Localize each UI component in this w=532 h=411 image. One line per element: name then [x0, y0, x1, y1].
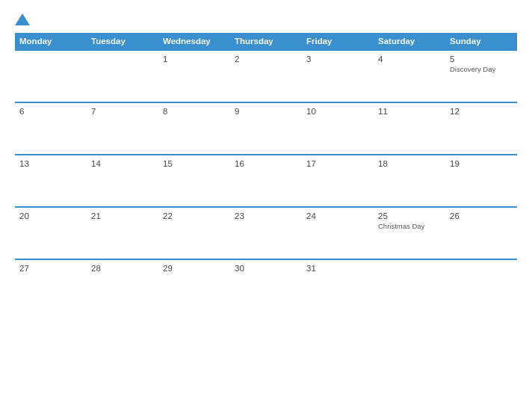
calendar-cell: 15 — [158, 155, 230, 207]
day-header-friday: Friday — [302, 33, 374, 50]
day-number: 30 — [235, 264, 297, 273]
calendar-cell: 12 — [445, 102, 517, 155]
holiday-label: Christmas Day — [378, 222, 441, 231]
day-number: 17 — [306, 159, 369, 168]
day-number: 24 — [306, 211, 369, 220]
day-number: 26 — [450, 211, 513, 220]
holiday-label: Discovery Day — [450, 65, 513, 74]
calendar-cell: 3 — [302, 50, 374, 102]
day-number: 8 — [163, 107, 226, 116]
calendar-cell: 10 — [302, 102, 374, 155]
calendar-cell: 21 — [87, 207, 158, 259]
calendar-cell: 1 — [158, 50, 230, 102]
day-number: 16 — [235, 159, 297, 168]
calendar-cell: 25Christmas Day — [374, 207, 445, 259]
day-number: 21 — [91, 211, 154, 220]
calendar-cell: 5Discovery Day — [445, 50, 517, 102]
day-number: 22 — [163, 211, 226, 220]
day-number: 13 — [19, 159, 82, 168]
day-number: 6 — [19, 107, 82, 116]
day-number: 14 — [91, 159, 154, 168]
calendar-table: MondayTuesdayWednesdayThursdayFridaySatu… — [15, 33, 517, 312]
logo — [15, 13, 31, 25]
calendar-cell: 24 — [302, 207, 374, 259]
calendar-cell: 19 — [445, 155, 517, 207]
day-number: 15 — [163, 159, 226, 168]
calendar-cell: 22 — [158, 207, 230, 259]
calendar-cell: 18 — [374, 155, 445, 207]
calendar-cell: 26 — [445, 207, 517, 259]
day-header-saturday: Saturday — [374, 33, 445, 50]
day-number: 7 — [91, 107, 154, 116]
calendar-cell — [374, 259, 445, 312]
calendar-header-row: MondayTuesdayWednesdayThursdayFridaySatu… — [15, 33, 517, 50]
week-row-5: 2728293031 — [15, 259, 517, 312]
day-number: 25 — [378, 211, 441, 220]
day-number: 4 — [378, 55, 441, 64]
day-number: 12 — [450, 107, 513, 116]
week-row-2: 6789101112 — [15, 102, 517, 155]
calendar-cell: 29 — [158, 259, 230, 312]
calendar-cell: 28 — [87, 259, 158, 312]
day-number: 28 — [91, 264, 154, 273]
calendar-cell: 13 — [15, 155, 87, 207]
calendar-cell: 4 — [374, 50, 445, 102]
calendar-body: 12345Discovery Day6789101112131415161718… — [15, 50, 517, 312]
day-header-wednesday: Wednesday — [158, 33, 230, 50]
day-number: 29 — [163, 264, 226, 273]
day-number: 10 — [306, 107, 369, 116]
calendar-header — [15, 13, 517, 25]
day-number: 19 — [450, 159, 513, 168]
calendar-cell: 2 — [230, 50, 302, 102]
day-header-sunday: Sunday — [445, 33, 517, 50]
calendar-cell: 20 — [15, 207, 87, 259]
calendar-cell: 17 — [302, 155, 374, 207]
calendar-cell: 11 — [374, 102, 445, 155]
week-row-3: 13141516171819 — [15, 155, 517, 207]
calendar-cell: 14 — [87, 155, 158, 207]
calendar-cell: 31 — [302, 259, 374, 312]
day-number: 27 — [19, 264, 82, 273]
calendar-cell: 16 — [230, 155, 302, 207]
calendar-cell — [87, 50, 158, 102]
calendar-cell: 9 — [230, 102, 302, 155]
calendar-cell: 8 — [158, 102, 230, 155]
day-headers: MondayTuesdayWednesdayThursdayFridaySatu… — [15, 33, 517, 50]
calendar-page: MondayTuesdayWednesdayThursdayFridaySatu… — [0, 0, 532, 411]
day-number: 2 — [235, 55, 297, 64]
logo-triangle-icon — [15, 13, 30, 25]
day-number: 3 — [306, 55, 369, 64]
day-header-monday: Monday — [15, 33, 87, 50]
week-row-4: 202122232425Christmas Day26 — [15, 207, 517, 259]
calendar-cell: 7 — [87, 102, 158, 155]
week-row-1: 12345Discovery Day — [15, 50, 517, 102]
day-number: 5 — [450, 55, 513, 64]
day-header-thursday: Thursday — [230, 33, 302, 50]
calendar-cell: 30 — [230, 259, 302, 312]
day-number: 20 — [19, 211, 82, 220]
day-number: 11 — [378, 107, 441, 116]
day-number: 1 — [163, 55, 226, 64]
day-header-tuesday: Tuesday — [87, 33, 158, 50]
calendar-cell: 27 — [15, 259, 87, 312]
logo-blue-row — [15, 13, 31, 25]
day-number: 23 — [235, 211, 297, 220]
day-number: 18 — [378, 159, 441, 168]
calendar-cell: 23 — [230, 207, 302, 259]
day-number: 31 — [306, 264, 369, 273]
day-number: 9 — [235, 107, 297, 116]
calendar-cell: 6 — [15, 102, 87, 155]
calendar-cell — [445, 259, 517, 312]
calendar-cell — [15, 50, 87, 102]
